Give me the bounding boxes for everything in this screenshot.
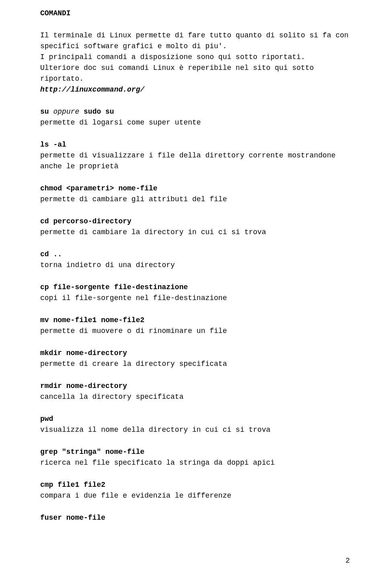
- cmd-cp-desc: copi il file-sorgente nel file-destinazi…: [40, 294, 227, 302]
- intro-line-3: Ulteriore doc sui comandi Linux è reperi…: [40, 64, 318, 83]
- page-number: 2: [40, 555, 354, 566]
- cmd-ls: ls -al: [40, 141, 66, 149]
- cmd-ls-desc: permette di visualizzare i file della di…: [40, 151, 340, 170]
- cmd-fuser-block: fuser nome-file: [40, 512, 354, 523]
- cmd-cd: cd percorso-directory: [40, 217, 131, 225]
- intro-line-2: I principali comandi a disposizione sono…: [40, 53, 305, 61]
- cmd-cdup-desc: torna indietro di una directory: [40, 261, 175, 269]
- cmd-grep: grep "stringa" nome-file: [40, 448, 144, 456]
- cmd-cdup-block: cd .. torna indietro di una directory: [40, 249, 354, 271]
- cmd-mkdir: mkdir nome-directory: [40, 349, 127, 357]
- cmd-cp: cp file-sorgente file-destinazione: [40, 283, 188, 291]
- cmd-su-part1: su: [40, 108, 49, 116]
- doc-link[interactable]: http://linuxcommand.org/: [40, 86, 144, 94]
- cmd-su-desc: permette di logarsi come super utente: [40, 118, 201, 127]
- cmd-mv-block: mv nome-file1 nome-file2 permette di muo…: [40, 315, 354, 337]
- document-page: COMANDI Il terminale di Linux permette d…: [0, 0, 386, 582]
- cmd-pwd: pwd: [40, 415, 53, 423]
- cmd-pwd-block: pwd visualizza il nome della directory i…: [40, 414, 354, 435]
- cmd-mv-desc: permette di muovere o di rinominare un f…: [40, 327, 227, 335]
- cmd-rmdir-desc: cancella la directory specificata: [40, 393, 183, 401]
- page-heading: COMANDI: [40, 8, 354, 19]
- intro-block: Il terminale di Linux permette di fare t…: [40, 30, 354, 95]
- cmd-ls-block: ls -al permette di visualizzare i file d…: [40, 139, 354, 172]
- cmd-grep-desc: ricerca nel file specificato la stringa …: [40, 459, 275, 467]
- cmd-fuser: fuser nome-file: [40, 514, 105, 522]
- cmd-mv: mv nome-file1 nome-file2: [40, 316, 144, 324]
- cmd-rmdir: rmdir nome-directory: [40, 382, 127, 390]
- intro-line-1: Il terminale di Linux permette di fare t…: [40, 31, 353, 50]
- cmd-chmod: chmod <parametri> nome-file: [40, 184, 158, 192]
- cmd-mkdir-desc: permette di creare la directory specific…: [40, 360, 227, 368]
- cmd-chmod-desc: permette di cambiare gli attributi del f…: [40, 195, 227, 203]
- cmd-cd-desc: permette di cambiare la directory in cui…: [40, 228, 266, 236]
- cmd-chmod-block: chmod <parametri> nome-file permette di …: [40, 183, 354, 205]
- cmd-cmp: cmp file1 file2: [40, 481, 105, 489]
- cmd-pwd-desc: visualizza il nome della directory in cu…: [40, 426, 271, 434]
- cmd-cmp-block: cmp file1 file2 compara i due file e evi…: [40, 480, 354, 501]
- cmd-cmp-desc: compara i due file e evidenzia le differ…: [40, 492, 231, 500]
- cmd-mkdir-block: mkdir nome-directory permette di creare …: [40, 348, 354, 370]
- cmd-rmdir-block: rmdir nome-directory cancella la directo…: [40, 381, 354, 402]
- cmd-grep-block: grep "stringa" nome-file ricerca nel fil…: [40, 447, 354, 468]
- cmd-su-part2: oppure: [49, 108, 84, 116]
- cmd-cdup: cd ..: [40, 250, 62, 258]
- cmd-cd-block: cd percorso-directory permette di cambia…: [40, 216, 354, 238]
- cmd-su-part3: sudo su: [84, 108, 114, 116]
- cmd-su-block: su oppure sudo su permette di logarsi co…: [40, 106, 354, 128]
- cmd-cp-block: cp file-sorgente file-destinazione copi …: [40, 282, 354, 304]
